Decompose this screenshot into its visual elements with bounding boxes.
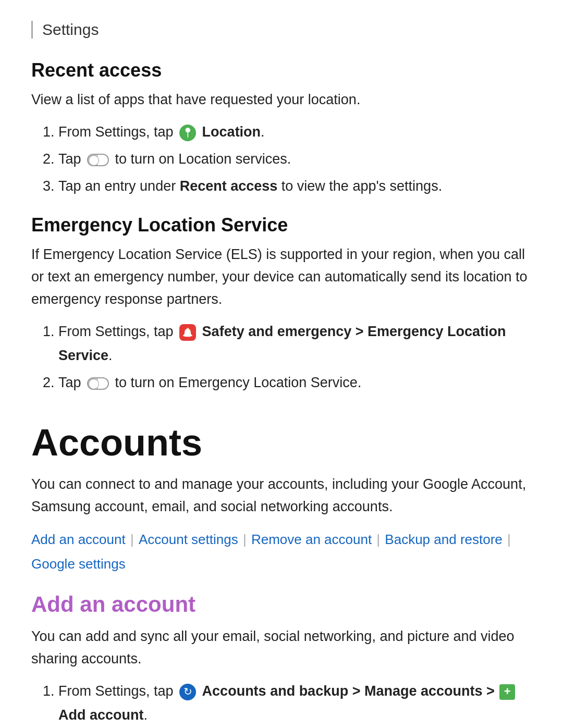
page-container: Settings Recent access View a list of ap… <box>0 0 563 728</box>
add-account-title: Add an account <box>31 592 532 617</box>
step3-text-before: Tap an entry under <box>58 178 180 194</box>
estep1-before: From Settings, tap <box>58 324 177 339</box>
emergency-location-title: Emergency Location Service <box>31 214 532 236</box>
link-account-settings[interactable]: Account settings <box>139 532 238 547</box>
page-header: Settings <box>31 21 532 39</box>
recent-access-step-3: Tap an entry under Recent access to view… <box>58 175 532 199</box>
recent-access-steps: From Settings, tap Location. Tap to turn… <box>58 120 532 199</box>
toggle-icon-2 <box>87 377 109 390</box>
recent-access-description: View a list of apps that have requested … <box>31 89 532 111</box>
add-account-description: You can add and sync all your email, soc… <box>31 625 532 670</box>
step3-text-after: to view the app's settings. <box>282 178 442 194</box>
step2-text-before: Tap <box>58 151 85 167</box>
estep2-after: to turn on Emergency Location Service. <box>115 375 362 390</box>
astep1-bold1: Accounts and backup > Manage accounts > <box>202 683 499 699</box>
sep4: | <box>504 532 511 547</box>
recent-access-step-1: From Settings, tap Location. <box>58 120 532 144</box>
sep3: | <box>373 532 384 547</box>
link-backup-and-restore[interactable]: Backup and restore <box>385 532 502 547</box>
header-label: Settings <box>42 21 99 38</box>
sep2: | <box>239 532 250 547</box>
add-account-steps: From Settings, tap Accounts and backup >… <box>58 680 532 728</box>
astep1-bold2: Add account <box>58 707 144 723</box>
toggle-icon-1 <box>87 154 109 166</box>
emergency-location-description: If Emergency Location Service (ELS) is s… <box>31 243 532 311</box>
accounts-icon <box>179 684 196 700</box>
step3-bold: Recent access <box>180 178 278 194</box>
link-add-an-account[interactable]: Add an account <box>31 532 126 547</box>
estep2-before: Tap <box>58 375 85 390</box>
emergency-location-section: Emergency Location Service If Emergency … <box>31 214 532 395</box>
step1-text-before: From Settings, tap <box>58 124 177 140</box>
emergency-location-steps: From Settings, tap Safety and emergency … <box>58 320 532 395</box>
add-icon <box>499 684 515 700</box>
recent-access-title: Recent access <box>31 59 532 81</box>
add-account-step-1: From Settings, tap Accounts and backup >… <box>58 680 532 727</box>
recent-access-section: Recent access View a list of apps that h… <box>31 59 532 199</box>
accounts-description: You can connect to and manage your accou… <box>31 473 532 518</box>
step2-text-after: to turn on Location services. <box>115 151 291 167</box>
safety-icon <box>179 324 196 341</box>
recent-access-step-2: Tap to turn on Location services. <box>58 147 532 171</box>
emergency-step-2: Tap to turn on Emergency Location Servic… <box>58 371 532 395</box>
accounts-link-bar: Add an account | Account settings | Remo… <box>31 527 532 576</box>
link-google-settings[interactable]: Google settings <box>31 556 126 572</box>
location-icon <box>179 125 196 141</box>
step1-bold: Location <box>202 124 261 140</box>
accounts-main-title: Accounts <box>31 421 532 464</box>
astep1-before: From Settings, tap <box>58 683 177 699</box>
link-remove-an-account[interactable]: Remove an account <box>251 532 372 547</box>
sep1: | <box>127 532 138 547</box>
emergency-step-1: From Settings, tap Safety and emergency … <box>58 320 532 368</box>
accounts-section: Accounts You can connect to and manage y… <box>31 421 532 728</box>
add-account-section: Add an account You can add and sync all … <box>31 592 532 728</box>
